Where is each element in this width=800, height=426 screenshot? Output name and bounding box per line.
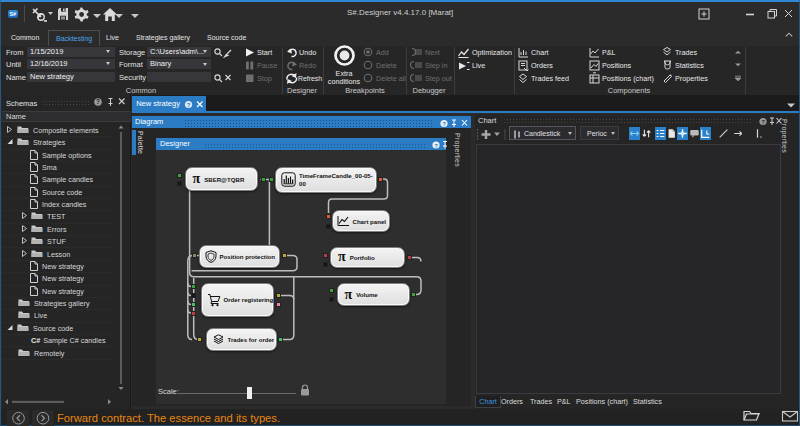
svg-text:?: ? (761, 119, 765, 125)
svg-text:?: ? (187, 102, 191, 108)
svg-text:?: ? (96, 98, 100, 105)
svg-text:?: ? (442, 121, 446, 127)
